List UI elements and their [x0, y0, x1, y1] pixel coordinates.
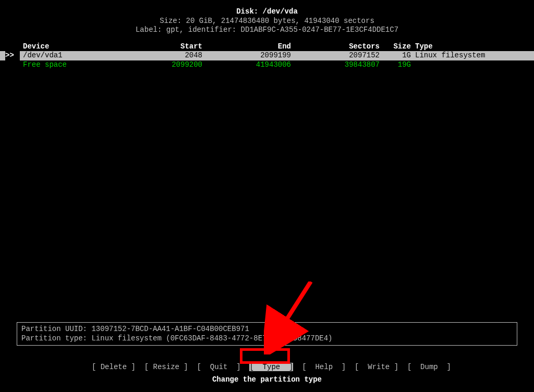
menu-resize[interactable]: [ Resize ] — [144, 363, 188, 371]
menu-dump[interactable]: [ Dump ] — [407, 363, 451, 371]
help-text: Change the partition type — [0, 375, 534, 385]
disk-header: Disk: /dev/vda Size: 20 GiB, 21474836480… — [0, 0, 534, 35]
menu-quit[interactable]: [ Quit ] — [197, 363, 241, 371]
table-row[interactable]: >> /dev/vda1 2048 2099199 2097152 1G Lin… — [0, 51, 534, 60]
cell-type — [411, 60, 519, 70]
cell-start: 2099200 — [114, 60, 202, 70]
cell-end: 2099199 — [202, 51, 291, 60]
col-start: Start — [114, 42, 202, 52]
col-device: Device — [20, 42, 114, 52]
cell-end: 41943006 — [202, 60, 291, 70]
label-line: Label: gpt, identifier: DD1ABF9C-A355-02… — [0, 26, 534, 35]
menu-delete[interactable]: [ Delete ] — [92, 363, 136, 371]
cell-start: 2048 — [114, 51, 202, 60]
col-type: Type — [411, 42, 519, 52]
column-headers: Device Start End Sectors Size Type — [0, 42, 534, 52]
menu-type[interactable]: [ Type ] — [249, 363, 293, 371]
menu-help[interactable]: [ Help ] — [302, 363, 346, 371]
col-end: End — [202, 42, 291, 52]
cell-device: Free space — [20, 60, 114, 70]
cell-sectors: 39843807 — [291, 60, 380, 70]
col-size: Size — [380, 42, 411, 52]
menu-bar: [ Delete ] [ Resize ] [ Quit ] [ Type ] … — [0, 353, 534, 372]
cell-size: 19G — [380, 60, 411, 70]
partition-table: Device Start End Sectors Size Type >> /d… — [0, 42, 534, 70]
size-line: Size: 20 GiB, 21474836480 bytes, 4194304… — [0, 17, 534, 26]
partition-uuid: Partition UUID: 13097152-7BCD-AA41-A1BF-… — [21, 325, 513, 334]
cell-type: Linux filesystem — [411, 51, 519, 60]
menu-write[interactable]: [ Write ] — [355, 363, 398, 371]
partition-type: Partition type: Linux filesystem (0FC63D… — [21, 334, 513, 344]
cell-size: 1G — [380, 51, 411, 60]
table-row[interactable]: Free space 2099200 41943006 39843807 19G — [0, 60, 534, 70]
row-marker — [5, 60, 20, 70]
disk-line: Disk: /dev/vda — [0, 7, 534, 17]
col-sectors: Sectors — [291, 42, 380, 52]
cell-sectors: 2097152 — [291, 51, 380, 60]
row-marker: >> — [5, 51, 20, 60]
partition-info-box: Partition UUID: 13097152-7BCD-AA41-A1BF-… — [17, 322, 517, 346]
cell-device: /dev/vda1 — [20, 51, 114, 60]
